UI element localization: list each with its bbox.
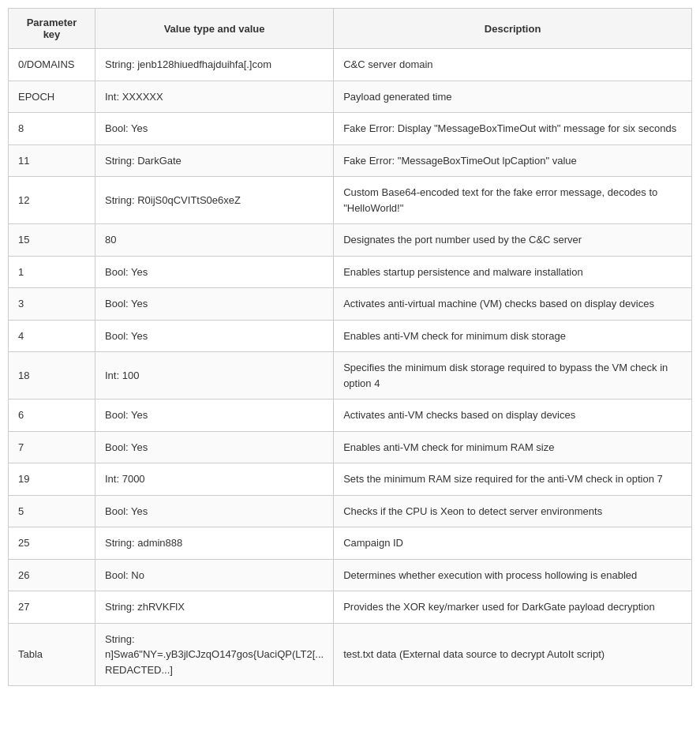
value-type-cell: String: jenb128hiuedfhajduihfa[.]com bbox=[95, 49, 334, 81]
description-cell: Activates anti-virtual machine (VM) chec… bbox=[334, 288, 692, 321]
param-key-cell: EPOCH bbox=[9, 81, 95, 113]
param-key-cell: 26 bbox=[9, 559, 95, 591]
value-type-cell: Bool: Yes bbox=[95, 431, 334, 463]
value-type-cell: Bool: Yes bbox=[95, 495, 334, 527]
param-key-cell: 27 bbox=[9, 591, 95, 624]
description-cell: Payload generated time bbox=[334, 81, 692, 113]
value-type-cell: String: n]Swa6"NY=.yB3jlCJzqO147gos{Uaci… bbox=[95, 623, 334, 686]
param-key-cell: 6 bbox=[9, 400, 95, 432]
value-type-cell: Bool: Yes bbox=[95, 256, 334, 288]
value-type-cell: String: R0ijS0qCVITtS0e6xeZ bbox=[95, 177, 334, 224]
table-row: 5Bool: YesChecks if the CPU is Xeon to d… bbox=[9, 495, 692, 527]
table-row: 3Bool: YesActivates anti-virtual machine… bbox=[9, 288, 692, 321]
param-key-cell: 0/DOMAINS bbox=[9, 49, 95, 81]
param-key-cell: 11 bbox=[9, 144, 95, 177]
value-type-cell: Bool: Yes bbox=[95, 400, 334, 432]
table-row: 4Bool: YesEnables anti-VM check for mini… bbox=[9, 320, 692, 352]
param-key-cell: 7 bbox=[9, 431, 95, 463]
description-cell: Fake Error: "MessageBoxTimeOut lpCaption… bbox=[334, 144, 692, 177]
table-row: 0/DOMAINSString: jenb128hiuedfhajduihfa[… bbox=[9, 49, 692, 81]
value-type-cell: 80 bbox=[95, 224, 334, 257]
param-key-cell: 4 bbox=[9, 320, 95, 352]
description-cell: Enables startup persistence and malware … bbox=[334, 256, 692, 288]
value-type-cell: Int: XXXXXX bbox=[95, 81, 334, 113]
table-row: EPOCHInt: XXXXXXPayload generated time bbox=[9, 81, 692, 113]
param-key-cell: 18 bbox=[9, 352, 95, 400]
table-row: TablaString: n]Swa6"NY=.yB3jlCJzqO147gos… bbox=[9, 623, 692, 686]
value-type-cell: Bool: No bbox=[95, 559, 334, 591]
param-key-cell: 5 bbox=[9, 495, 95, 527]
value-type-header: Value type and value bbox=[95, 9, 334, 49]
description-cell: Enables anti-VM check for minimum disk s… bbox=[334, 320, 692, 352]
table-row: 1Bool: YesEnables startup persistence an… bbox=[9, 256, 692, 288]
value-type-cell: Int: 100 bbox=[95, 352, 334, 400]
param-key-cell: 15 bbox=[9, 224, 95, 257]
value-type-cell: String: zhRVKFlX bbox=[95, 591, 334, 624]
table-header-row: Parameter key Value type and value Descr… bbox=[9, 9, 692, 49]
table-row: 6Bool: YesActivates anti-VM checks based… bbox=[9, 400, 692, 432]
table-row: 8Bool: YesFake Error: Display "MessageBo… bbox=[9, 113, 692, 145]
description-cell: Determines whether execution with proces… bbox=[334, 559, 692, 591]
description-cell: Fake Error: Display "MessageBoxTimeOut w… bbox=[334, 113, 692, 145]
table-row: 26Bool: NoDetermines whether execution w… bbox=[9, 559, 692, 591]
value-type-cell: Bool: Yes bbox=[95, 288, 334, 321]
table-row: 27String: zhRVKFlXProvides the XOR key/m… bbox=[9, 591, 692, 624]
value-type-cell: String: admin888 bbox=[95, 527, 334, 560]
param-key-cell: 1 bbox=[9, 256, 95, 288]
param-key-cell: Tabla bbox=[9, 623, 95, 686]
param-key-cell: 25 bbox=[9, 527, 95, 560]
description-cell: test.txt data (External data source to d… bbox=[334, 623, 692, 686]
value-type-cell: Bool: Yes bbox=[95, 320, 334, 352]
description-cell: Designates the port number used by the C… bbox=[334, 224, 692, 257]
description-cell: Sets the minimum RAM size required for t… bbox=[334, 463, 692, 496]
table-row: 18Int: 100Specifies the minimum disk sto… bbox=[9, 352, 692, 400]
description-cell: Campaign ID bbox=[334, 527, 692, 560]
description-cell: Custom Base64-encoded text for the fake … bbox=[334, 177, 692, 224]
param-key-cell: 3 bbox=[9, 288, 95, 321]
value-type-cell: Bool: Yes bbox=[95, 113, 334, 145]
description-cell: Enables anti-VM check for minimum RAM si… bbox=[334, 431, 692, 463]
description-header: Description bbox=[334, 9, 692, 49]
description-cell: Activates anti-VM checks based on displa… bbox=[334, 400, 692, 432]
value-type-cell: String: DarkGate bbox=[95, 144, 334, 177]
param-key-cell: 19 bbox=[9, 463, 95, 496]
table-row: 1580Designates the port number used by t… bbox=[9, 224, 692, 257]
description-cell: C&C server domain bbox=[334, 49, 692, 81]
table-row: 11String: DarkGateFake Error: "MessageBo… bbox=[9, 144, 692, 177]
table-container: Parameter key Value type and value Descr… bbox=[0, 0, 700, 694]
param-key-cell: 8 bbox=[9, 113, 95, 145]
value-type-cell: Int: 7000 bbox=[95, 463, 334, 496]
table-body: 0/DOMAINSString: jenb128hiuedfhajduihfa[… bbox=[9, 49, 692, 686]
table-row: 12String: R0ijS0qCVITtS0e6xeZCustom Base… bbox=[9, 177, 692, 224]
param-key-header: Parameter key bbox=[9, 9, 95, 49]
description-cell: Specifies the minimum disk storage requi… bbox=[334, 352, 692, 400]
table-row: 7Bool: YesEnables anti-VM check for mini… bbox=[9, 431, 692, 463]
table-row: 19Int: 7000Sets the minimum RAM size req… bbox=[9, 463, 692, 496]
parameter-table: Parameter key Value type and value Descr… bbox=[8, 8, 692, 686]
param-key-cell: 12 bbox=[9, 177, 95, 224]
description-cell: Checks if the CPU is Xeon to detect serv… bbox=[334, 495, 692, 527]
description-cell: Provides the XOR key/marker used for Dar… bbox=[334, 591, 692, 624]
table-row: 25String: admin888Campaign ID bbox=[9, 527, 692, 560]
